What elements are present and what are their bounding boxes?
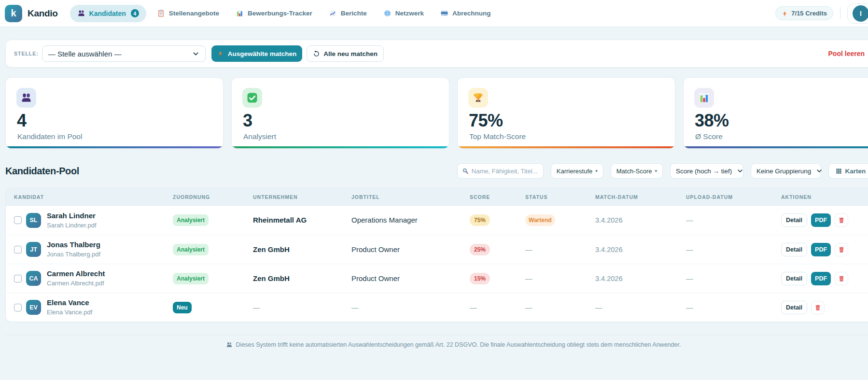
footer-disclaimer: Dieses System trifft keine automatisiert… [236,341,681,348]
row-checkbox[interactable] [14,275,22,282]
zuordnung-cell: Analysiert [165,244,245,255]
search-icon [462,168,469,174]
globe-icon [383,9,392,17]
candidate-file: Carmen Albrecht.pdf [47,280,105,287]
upload-date: — [686,246,693,253]
credits-button[interactable]: 7/15 Credits [775,6,833,20]
column-header: JOBTITEL [343,194,462,200]
rematch-all-button[interactable]: Alle neu matchen [307,45,384,62]
zuordnung-cell: Analysiert [165,214,245,226]
nav-item-netzwerk[interactable]: Netzwerk [378,5,430,22]
pdf-button[interactable]: PDF [811,243,831,256]
delete-button[interactable] [835,272,848,285]
nav-item-bewerbungs-tracker[interactable]: Bewerbungs-Tracker [230,5,318,22]
stat-accent-strip [684,146,868,148]
app-logo: k [5,5,22,22]
match-selected-button[interactable]: Ausgewählte matchen [211,45,303,62]
candidates-table: KANDIDATZUORDNUNGUNTERNEHMENJOBTITELSCOR… [5,188,868,322]
chevron-down-icon [192,50,199,57]
table-body: SL Sarah Lindner Sarah Lindner.pdf Analy… [6,206,868,322]
company: Rheinmetall AG [253,216,307,224]
table-row: SL Sarah Lindner Sarah Lindner.pdf Analy… [6,206,868,235]
pdf-button[interactable]: PDF [811,213,831,227]
detail-button[interactable]: Detail [781,243,807,256]
user-menu-button[interactable]: I [847,3,868,24]
cards-view-label: Karten [845,168,866,175]
pdf-button[interactable]: PDF [811,272,831,285]
cards-view-button[interactable]: Karten [828,163,868,179]
row-checkbox[interactable] [14,246,22,253]
match-date-cell: 3.4.2026 [587,274,678,283]
company: Zen GmbH [253,274,290,282]
row-checkbox[interactable] [14,304,22,311]
match-date: 3.4.2026 [595,216,622,224]
top-bar: k Kandio Kandidaten4 Stellenangebote Bew… [0,0,868,27]
candidate-cell: EV Elena Vance Elena Vance.pdf [6,298,165,316]
search-input[interactable] [472,168,539,175]
company-cell: — [245,303,343,312]
detail-button[interactable]: Detail [781,272,807,285]
sort-select[interactable]: Score (hoch → tief) [670,163,743,179]
topbar-divider [840,7,840,19]
page-footer: Dieses System trifft keine automatisiert… [5,335,868,348]
caret-down-icon: ▾ [655,169,657,173]
candidate-name-block: Carmen Albrecht Carmen Albrecht.pdf [47,269,105,287]
upload-date: — [686,216,693,224]
stelle-label: STELLE: [14,51,39,56]
status-cell: — [517,274,587,283]
jobtitle: Product Owner [351,245,400,253]
score-empty: — [470,304,477,311]
chevron-down-icon [816,168,823,174]
column-header: ZUORDNUNG [165,194,245,200]
delete-button[interactable] [835,243,848,256]
stelle-select[interactable]: — Stelle auswählen — [42,45,206,62]
stat-accent-strip [232,146,449,148]
company-empty: — [253,304,260,311]
nav-item-label: Stellenangebote [169,10,219,17]
career-filter-label: Karrierestufe [557,168,592,175]
nav-item-berichte[interactable]: Berichte [323,5,373,22]
candidate-file: Elena Vance.pdf [47,309,92,316]
score-filter-button[interactable]: Match-Score ▾ [611,163,663,179]
score-pill: 75% [470,214,490,226]
nav-item-abrechnung[interactable]: Abrechnung [434,5,497,22]
trash-icon [838,217,845,224]
detail-button[interactable]: Detail [781,213,807,227]
zuordnung-cell: Neu [165,302,245,313]
candidate-cell: SL Sarah Lindner Sarah Lindner.pdf [6,211,165,229]
people-icon [226,341,233,348]
clear-pool-button[interactable]: Pool leeren [828,50,865,57]
stat-card-0: 4 Kandidaten im Pool [5,77,224,149]
nav-item-kandidaten[interactable]: Kandidaten4 [70,5,146,22]
bar-chart-icon [694,88,714,108]
credit-card-icon [440,9,448,17]
status-empty: — [525,304,532,311]
status-badge: Analysiert [173,214,209,226]
delete-button[interactable] [811,301,825,314]
jobtitle: Operations Manager [351,216,418,224]
nav-count-badge: 4 [131,9,139,17]
column-header: MATCH-DATUM [587,194,678,200]
score-cell: — [462,303,517,312]
grouping-select[interactable]: Keine Gruppierung [751,163,821,179]
career-filter-button[interactable]: Karrierestufe ▾ [551,163,603,179]
table-header-row: KANDIDATZUORDNUNGUNTERNEHMENJOBTITELSCOR… [6,188,868,206]
candidate-avatar: JT [26,242,41,257]
page-container: STELLE: — Stelle auswählen — Ausgewählte… [5,40,868,348]
company-cell: Zen GmbH [245,245,343,254]
stat-card-3: 38% Ø Score [683,77,868,149]
candidate-name-block: Jonas Thalberg Jonas Thalberg.pdf [47,240,100,258]
nav-item-stellenangebote[interactable]: Stellenangebote [151,5,225,22]
detail-button[interactable]: Detail [781,301,807,314]
bar-chart-icon [236,9,244,17]
status-pill: Wartend [525,214,555,226]
delete-button[interactable] [835,213,848,227]
page-title: Kandidaten-Pool [5,166,79,177]
sort-select-value: Score (hoch → tief) [676,168,732,175]
status-cell: — [517,245,587,254]
people-icon [77,9,85,17]
candidate-name: Carmen Albrecht [47,269,105,278]
row-checkbox[interactable] [14,216,22,224]
stat-card-1: 3 Analysiert [231,77,449,149]
zuordnung-cell: Analysiert [165,273,245,284]
